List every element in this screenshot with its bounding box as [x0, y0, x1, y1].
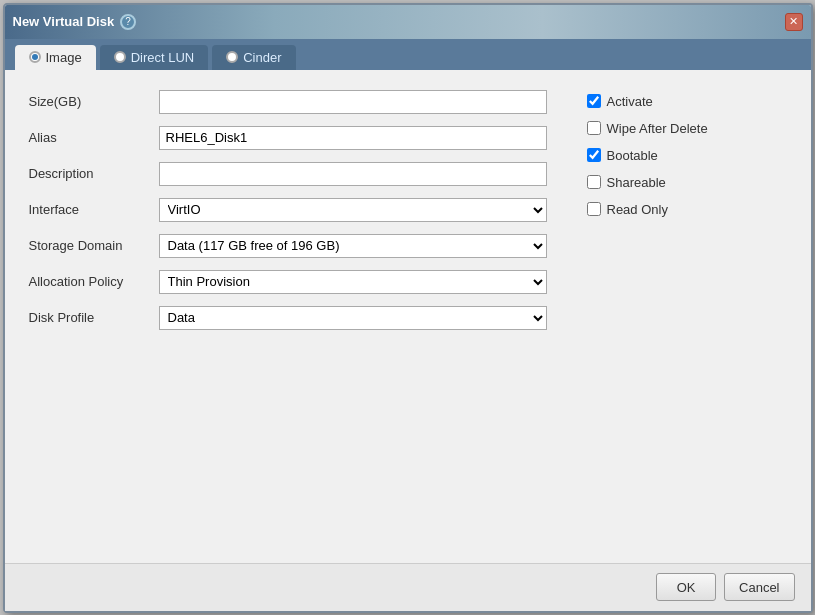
close-button[interactable]: ✕: [785, 13, 803, 31]
tab-cinder-radio[interactable]: [226, 51, 238, 63]
activate-label: Activate: [607, 94, 653, 109]
size-row: Size(GB): [29, 90, 547, 114]
tab-image[interactable]: Image: [15, 45, 96, 70]
size-input[interactable]: [159, 90, 547, 114]
bootable-checkbox[interactable]: [587, 148, 601, 162]
wipe-after-delete-checkbox[interactable]: [587, 121, 601, 135]
storage-domain-label: Storage Domain: [29, 238, 159, 253]
tab-bar: Image Direct LUN Cinder: [5, 39, 811, 70]
storage-domain-row: Storage Domain Data (117 GB free of 196 …: [29, 234, 547, 258]
description-input[interactable]: [159, 162, 547, 186]
tab-cinder-label: Cinder: [243, 50, 281, 65]
disk-profile-row: Disk Profile Data: [29, 306, 547, 330]
shareable-checkbox[interactable]: [587, 175, 601, 189]
tab-direct-lun-radio[interactable]: [114, 51, 126, 63]
allocation-policy-label: Allocation Policy: [29, 274, 159, 289]
tab-direct-lun[interactable]: Direct LUN: [100, 45, 209, 70]
footer: OK Cancel: [5, 563, 811, 611]
ok-button[interactable]: OK: [656, 573, 716, 601]
shareable-row: Shareable: [587, 175, 787, 190]
form-left-column: Size(GB) Alias Description Interface Vir…: [29, 90, 547, 543]
tab-direct-lun-label: Direct LUN: [131, 50, 195, 65]
new-virtual-disk-dialog: New Virtual Disk ? ✕ Image Direct LUN Ci…: [3, 3, 813, 613]
tab-image-radio[interactable]: [29, 51, 41, 63]
alias-label: Alias: [29, 130, 159, 145]
alias-row: Alias: [29, 126, 547, 150]
read-only-label: Read Only: [607, 202, 668, 217]
title-bar-left: New Virtual Disk ?: [13, 14, 137, 30]
shareable-label: Shareable: [607, 175, 666, 190]
activate-checkbox[interactable]: [587, 94, 601, 108]
bootable-label: Bootable: [607, 148, 658, 163]
title-bar: New Virtual Disk ? ✕: [5, 5, 811, 39]
size-label: Size(GB): [29, 94, 159, 109]
description-row: Description: [29, 162, 547, 186]
bootable-row: Bootable: [587, 148, 787, 163]
wipe-after-delete-row: Wipe After Delete: [587, 121, 787, 136]
alias-input[interactable]: [159, 126, 547, 150]
tab-cinder[interactable]: Cinder: [212, 45, 295, 70]
allocation-policy-row: Allocation Policy Thin Provision Preallo…: [29, 270, 547, 294]
disk-profile-label: Disk Profile: [29, 310, 159, 325]
wipe-after-delete-label: Wipe After Delete: [607, 121, 708, 136]
read-only-checkbox[interactable]: [587, 202, 601, 216]
read-only-row: Read Only: [587, 202, 787, 217]
disk-profile-select[interactable]: Data: [159, 306, 547, 330]
description-label: Description: [29, 166, 159, 181]
tab-image-label: Image: [46, 50, 82, 65]
allocation-policy-select[interactable]: Thin Provision Preallocated: [159, 270, 547, 294]
dialog-title: New Virtual Disk: [13, 14, 115, 29]
interface-row: Interface VirtIO IDE VirtIO-SCSI: [29, 198, 547, 222]
cancel-button[interactable]: Cancel: [724, 573, 794, 601]
help-icon[interactable]: ?: [120, 14, 136, 30]
interface-select[interactable]: VirtIO IDE VirtIO-SCSI: [159, 198, 547, 222]
interface-label: Interface: [29, 202, 159, 217]
content-area: Size(GB) Alias Description Interface Vir…: [5, 70, 811, 563]
options-right-column: Activate Wipe After Delete Bootable Shar…: [587, 90, 787, 543]
activate-row: Activate: [587, 94, 787, 109]
storage-domain-select[interactable]: Data (117 GB free of 196 GB): [159, 234, 547, 258]
